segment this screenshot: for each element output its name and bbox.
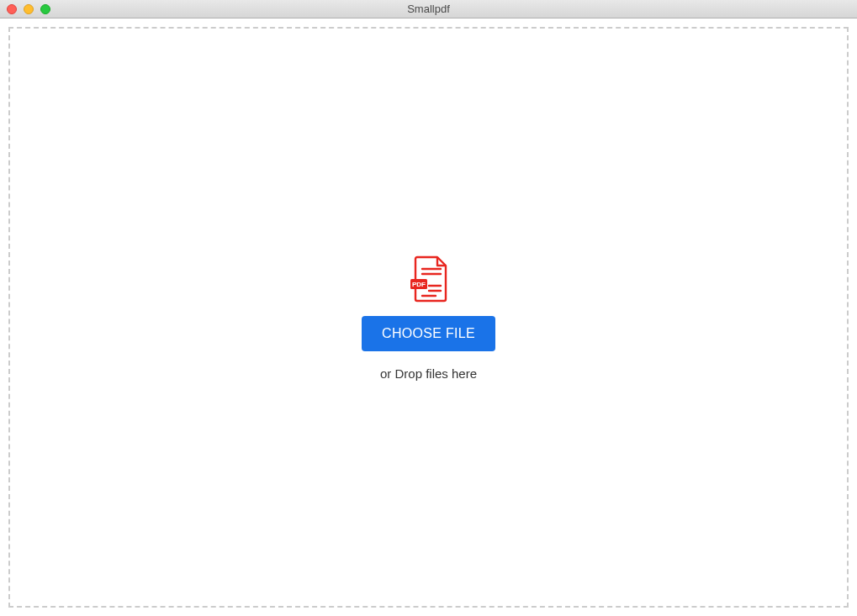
choose-file-button[interactable]: CHOOSE FILE [362, 316, 495, 351]
titlebar: Smallpdf [0, 0, 857, 18]
close-icon[interactable] [7, 4, 17, 14]
svg-text:PDF: PDF [412, 281, 426, 288]
pdf-file-icon: PDF [404, 254, 454, 304]
minimize-icon[interactable] [24, 4, 34, 14]
maximize-icon[interactable] [40, 4, 50, 14]
window-controls [0, 4, 50, 14]
drop-hint-text: or Drop files here [380, 366, 477, 381]
content-area: PDF CHOOSE FILE or Drop files here [0, 18, 857, 616]
window-title: Smallpdf [0, 3, 857, 15]
file-dropzone[interactable]: PDF CHOOSE FILE or Drop files here [8, 27, 849, 608]
